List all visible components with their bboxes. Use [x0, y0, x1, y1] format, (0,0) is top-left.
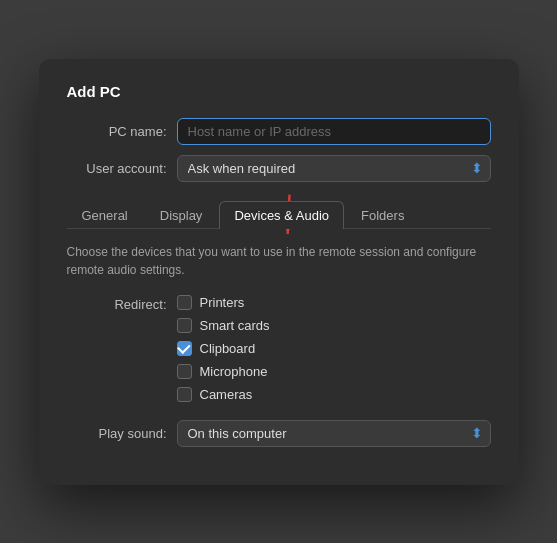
- user-account-select[interactable]: Ask when required Add User Account...: [177, 155, 491, 182]
- checkbox-smart-cards-row[interactable]: Smart cards: [177, 318, 270, 333]
- checkbox-microphone-row[interactable]: Microphone: [177, 364, 270, 379]
- redirect-section: Redirect: Printers Smart cards Clipboard…: [67, 295, 491, 402]
- checkbox-printers-row[interactable]: Printers: [177, 295, 270, 310]
- checkbox-smart-cards[interactable]: [177, 318, 192, 333]
- dialog-title: Add PC: [67, 83, 491, 100]
- checkbox-cameras[interactable]: [177, 387, 192, 402]
- tabs-wrapper: General Display Devices & Audio Folders: [67, 200, 491, 229]
- add-pc-dialog: Add PC PC name: User account: Ask when r…: [39, 59, 519, 485]
- user-account-wrapper: Ask when required Add User Account... ⬍: [177, 155, 491, 182]
- checkbox-clipboard[interactable]: [177, 341, 192, 356]
- tab-display[interactable]: Display: [145, 201, 218, 229]
- checkbox-microphone[interactable]: [177, 364, 192, 379]
- tab-folders[interactable]: Folders: [346, 201, 419, 229]
- user-account-label: User account:: [67, 161, 177, 176]
- play-sound-wrapper: On this computer On remote computer Neve…: [177, 420, 491, 447]
- checkboxes-list: Printers Smart cards Clipboard Microphon…: [177, 295, 270, 402]
- checkbox-cameras-row[interactable]: Cameras: [177, 387, 270, 402]
- tabs-container: General Display Devices & Audio Folders: [67, 200, 491, 229]
- checkbox-microphone-label: Microphone: [200, 364, 268, 379]
- tab-devices-audio[interactable]: Devices & Audio: [219, 201, 344, 229]
- pc-name-label: PC name:: [67, 124, 177, 139]
- tab-description: Choose the devices that you want to use …: [67, 243, 491, 279]
- pc-name-input[interactable]: [177, 118, 491, 145]
- play-sound-label: Play sound:: [67, 426, 177, 441]
- pc-name-row: PC name:: [67, 118, 491, 145]
- user-account-row: User account: Ask when required Add User…: [67, 155, 491, 182]
- play-sound-row: Play sound: On this computer On remote c…: [67, 420, 491, 447]
- checkbox-clipboard-label: Clipboard: [200, 341, 256, 356]
- checkbox-cameras-label: Cameras: [200, 387, 253, 402]
- tab-general[interactable]: General: [67, 201, 143, 229]
- checkbox-printers[interactable]: [177, 295, 192, 310]
- checkbox-clipboard-row[interactable]: Clipboard: [177, 341, 270, 356]
- play-sound-select[interactable]: On this computer On remote computer Neve…: [177, 420, 491, 447]
- checkbox-smart-cards-label: Smart cards: [200, 318, 270, 333]
- redirect-label: Redirect:: [67, 295, 177, 312]
- checkbox-printers-label: Printers: [200, 295, 245, 310]
